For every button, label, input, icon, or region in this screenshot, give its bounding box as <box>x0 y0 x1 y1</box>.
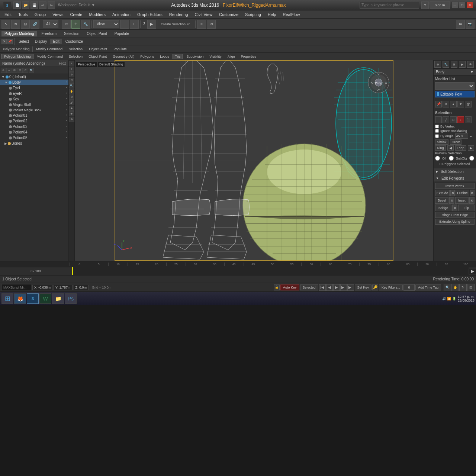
menu-edit[interactable]: Edit <box>1 12 15 17</box>
lt-pan[interactable]: ✋ <box>69 89 74 94</box>
editable-poly-item[interactable]: Editable Poly <box>435 91 475 97</box>
tree-item-magic-staff[interactable]: Magic Staff * <box>0 102 68 107</box>
scene-icon-1[interactable]: ⊕ <box>1 68 6 73</box>
go-end-btn[interactable]: ▶| <box>347 284 354 291</box>
scene-icon-4[interactable]: ⊟ <box>17 68 23 73</box>
soft-selection-header[interactable]: ▶ Soft Selection <box>434 168 476 175</box>
selection-pm-btn[interactable]: Selection <box>66 46 85 52</box>
redo-btn[interactable]: ↪ <box>48 1 55 9</box>
outline-btn[interactable]: Outline <box>456 190 469 196</box>
lt-hide[interactable]: 👁 <box>69 111 74 116</box>
maximize-btn[interactable]: □ <box>459 2 466 9</box>
preview-subobj[interactable] <box>449 156 454 161</box>
tree-item-potion04[interactable]: Potion04 * <box>0 129 68 135</box>
taskbar-word[interactable]: W <box>39 293 51 304</box>
help-btn[interactable]: ? <box>421 1 429 9</box>
polygon-modeling-tab[interactable]: Polygon Modeling <box>1 31 37 36</box>
populate-tab[interactable]: Populate <box>112 31 132 36</box>
view-select[interactable]: View <box>93 20 119 28</box>
menu-realflow[interactable]: RealFlow <box>280 12 303 17</box>
menu-scripting[interactable]: Scripting <box>242 12 264 17</box>
pin-btn[interactable]: 📌 <box>7 39 13 44</box>
rp-tab-create[interactable]: ⊕ <box>434 61 441 68</box>
maxscript-mini[interactable]: MAXScript Mi... <box>1 284 31 291</box>
link-tool[interactable]: 🔗 <box>30 20 39 29</box>
lt-rotate[interactable]: ↻ <box>69 72 74 77</box>
inset-settings-btn[interactable]: ⚙ <box>469 197 475 204</box>
vp-zoom-btn[interactable]: 🔍 <box>444 284 451 291</box>
tree-item-bones[interactable]: ▶ Bones <box>0 141 68 146</box>
extrude-btn[interactable]: Extrude <box>435 190 450 196</box>
outline-settings-btn[interactable]: ⚙ <box>470 190 475 196</box>
lt-move[interactable]: ✛ <box>69 67 74 72</box>
tree-item-key[interactable]: Key * <box>0 96 68 102</box>
prev-frame-btn[interactable]: ◀ <box>326 284 333 291</box>
key-icon[interactable]: 🔑 <box>372 284 378 290</box>
menu-animation[interactable]: Animation <box>109 12 134 17</box>
mod-pin-btn[interactable]: 📌 <box>435 101 442 107</box>
by-vertex-check[interactable] <box>435 125 439 128</box>
rp-tab-hierarchy[interactable]: ⊞ <box>451 61 457 68</box>
next-frame-btn[interactable]: ▶| <box>340 284 347 291</box>
tree-item-potion02[interactable]: Potion02 * <box>0 118 68 124</box>
tree-item-pocket-magic[interactable]: Pocket Magic Book * <box>0 107 68 113</box>
obj-paint-btn[interactable]: Object Paint <box>86 46 110 52</box>
loop-spinner[interactable]: ▶ <box>468 145 474 151</box>
auto-key-btn[interactable]: Auto Key <box>280 284 299 290</box>
inset-btn[interactable]: Inset <box>455 197 469 204</box>
start-btn[interactable]: ⊞ <box>1 293 13 304</box>
polygons-btn[interactable]: Polygons <box>138 54 157 59</box>
taskbar-firefox[interactable]: 🦊 <box>14 293 26 304</box>
play-btn[interactable]: ▶ <box>333 284 340 291</box>
tree-item-body[interactable]: ▼ Body * <box>0 80 68 85</box>
scene-root[interactable]: ▼ 0 (default) <box>0 74 68 80</box>
tree-item-eyeL[interactable]: EyeL * <box>0 85 68 91</box>
menu-tools[interactable]: Tools <box>15 12 31 17</box>
render-btn[interactable]: 📷 <box>466 20 475 29</box>
object-paint-tab[interactable]: Object Paint <box>84 31 110 36</box>
viewport[interactable]: X Y Z Y X -Y -X Persp Perspective Defaul… <box>75 60 433 261</box>
ring-btn[interactable]: Ring <box>435 145 446 151</box>
close-panel-btn[interactable]: ✕ <box>1 39 7 44</box>
taskbar-3dsmax[interactable]: 3 <box>27 293 39 304</box>
scene-explorer-btn[interactable]: 🗂 <box>207 20 216 29</box>
undo-btn[interactable]: ↩ <box>39 1 46 9</box>
minimize-btn[interactable]: ─ <box>451 2 458 9</box>
taskbar-ps[interactable]: Ps <box>65 293 77 304</box>
preview-off[interactable] <box>435 156 440 161</box>
align-geo-btn[interactable]: Align <box>225 54 238 59</box>
loop-btn[interactable]: Loop <box>455 145 466 151</box>
lt-paint[interactable]: 🖌 <box>69 100 74 105</box>
vertex-icon[interactable]: · <box>435 116 442 123</box>
properties-btn[interactable]: Properties <box>238 54 259 59</box>
add-time-tag-btn[interactable]: Add Time Tag <box>415 284 441 290</box>
mod-down-btn[interactable]: ▼ <box>457 101 464 107</box>
modify-command-geo-btn[interactable]: Modify Command <box>34 54 66 59</box>
visibility-btn[interactable]: Visibility <box>207 54 224 59</box>
hinge-from-edge-btn[interactable]: Hinge From Edge <box>435 212 475 218</box>
bevel-settings-btn[interactable]: ⚙ <box>449 197 454 204</box>
menu-help[interactable]: Help <box>265 12 279 17</box>
taskbar-explorer[interactable]: 📁 <box>52 293 64 304</box>
menu-graph-editors[interactable]: Graph Editors <box>134 12 165 17</box>
signin-btn[interactable]: Sign In <box>430 1 450 9</box>
subdivision-btn[interactable]: Subdivision <box>184 54 206 59</box>
selected-dropdown[interactable]: Selected <box>300 284 318 290</box>
preview-multi[interactable] <box>469 156 474 161</box>
scale-tool[interactable]: ⊡ <box>21 20 30 29</box>
time-lock-btn[interactable]: 🔒 <box>274 284 280 290</box>
bevel-btn[interactable]: Bevel <box>435 197 448 204</box>
frame-field[interactable]: 0 <box>403 284 415 291</box>
select-ribbon-btn[interactable]: Select <box>16 39 32 44</box>
set-key-btn[interactable]: Set Key <box>355 284 372 290</box>
lt-freeze[interactable]: ❄ <box>69 117 74 122</box>
scene-icon-3[interactable]: ⊞ <box>12 68 17 73</box>
select-filter[interactable]: All <box>43 20 58 28</box>
edge-icon[interactable]: ╱ <box>443 116 449 123</box>
menu-create[interactable]: Create <box>67 12 85 17</box>
object-paint-geo-btn[interactable]: Object Paint <box>86 54 109 59</box>
menu-civil-view[interactable]: Civil View <box>192 12 215 17</box>
freeform-tab[interactable]: Freeform <box>39 31 60 36</box>
mod-config-btn[interactable]: ⚙ <box>443 101 449 107</box>
flip-btn[interactable]: Flip <box>458 205 475 211</box>
